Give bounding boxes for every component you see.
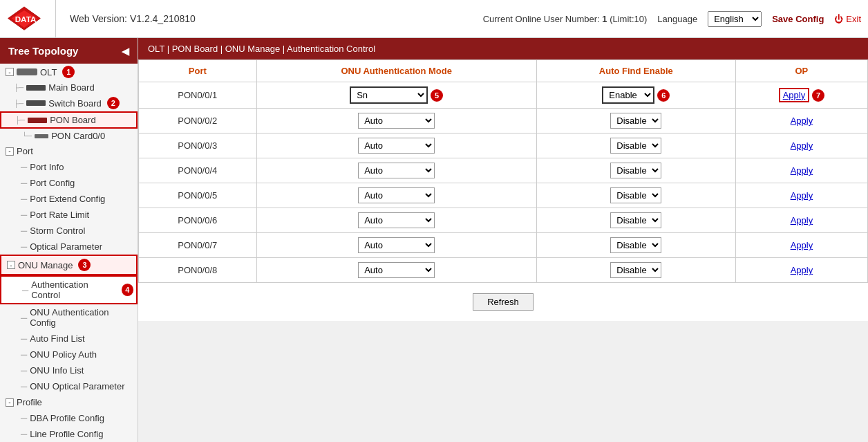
menu-storm-control[interactable]: ─ Storm Control [0,223,138,239]
apply-link[interactable]: Apply [779,88,810,102]
col-auth-mode: ONU Authentication Mode [256,60,536,82]
badge-7: 7 [812,89,824,102]
menu-line-profile[interactable]: ─ Line Profile Config [0,426,138,442]
auth-mode-select[interactable]: SnAutoPasswordSn+Password [358,163,435,178]
onu-manage-section-header[interactable]: - ONU Manage 3 [0,255,138,275]
auto-find-select[interactable]: EnableDisable [610,262,661,278]
apply-link[interactable]: Apply [791,240,813,250]
auto-find-select[interactable]: EnableDisable [610,237,661,253]
switch-board-badge: 2 [107,97,120,109]
switch-board-icon [26,100,46,106]
op-cell: Apply [735,133,867,158]
menu-onu-auth-config[interactable]: ─ ONU Authentication Config [0,304,138,331]
dash-icon: ─ [21,241,27,252]
table-row: PON0/0/8SnAutoPasswordSn+PasswordEnableD… [139,258,868,283]
dash-icon: ─ [21,194,27,204]
auto-find-select[interactable]: EnableDisable [610,212,661,228]
col-auto-find: Auto Find Enable [536,60,735,82]
menu-auto-find-list[interactable]: ─ Auto Find List [0,331,138,347]
auth-mode-select[interactable]: SnAutoPasswordSn+Password [358,212,435,228]
header: DATA Web Version: V1.2.4_210810 Current … [0,0,868,38]
port-cell: PON0/0/3 [139,133,257,158]
dash-icon: ─ [21,313,27,323]
tree-node-switch-board[interactable]: ├─ Switch Board 2 [0,95,138,111]
dash-icon: ─ [21,225,27,236]
tree-node-pon-card[interactable]: └─ PON Card0/0 [0,129,138,143]
table-row: PON0/0/4SnAutoPasswordSn+PasswordEnableD… [139,158,868,183]
auth-mode-select[interactable]: SnAutoPasswordSn+Password [358,138,435,154]
table-row: PON0/0/6SnAutoPasswordSn+PasswordEnableD… [139,208,868,233]
main-layout: Tree Topology ◀ - OLT 1 ├─ Main Board ├─… [0,38,868,442]
menu-optical-parameter[interactable]: ─ Optical Parameter [0,239,138,255]
menu-port-rate-limit[interactable]: ─ Port Rate Limit [0,207,138,223]
content-area: OLT | PON Board | ONU Manage | Authentic… [138,38,868,442]
col-port: Port [139,60,257,82]
badge-5: 5 [431,89,443,102]
auth-mode-cell: SnAutoPasswordSn+Password5 [256,82,536,109]
port-cell: PON0/0/2 [139,109,257,133]
auto-find-select[interactable]: EnableDisable [610,138,661,154]
profile-section-header[interactable]: - Profile [0,394,138,410]
menu-port-info[interactable]: ─ Port Info [0,159,138,175]
table-row: PON0/0/7SnAutoPasswordSn+PasswordEnableD… [139,233,868,258]
table-row: PON0/0/3SnAutoPasswordSn+PasswordEnableD… [139,133,868,158]
auth-mode-cell: SnAutoPasswordSn+Password [256,233,536,258]
auto-find-select[interactable]: EnableDisable [602,86,654,104]
onu-manage-label: ONU Manage [18,260,73,270]
apply-link[interactable]: Apply [791,140,813,151]
auto-find-select[interactable]: EnableDisable [610,163,661,178]
auth-mode-cell: SnAutoPasswordSn+Password [256,208,536,233]
dash-icon: ─ [21,333,27,344]
auth-mode-select[interactable]: SnAutoPasswordSn+Password [358,113,435,129]
port-cell: PON0/0/5 [139,183,257,208]
menu-onu-policy-auth[interactable]: ─ ONU Policy Auth [0,347,138,362]
dash-icon: ─ [21,381,27,392]
menu-auth-control[interactable]: ─ Authentication Control 4 [0,275,138,304]
menu-port-config[interactable]: ─ Port Config [0,175,138,191]
apply-link[interactable]: Apply [791,116,813,126]
port-expand-icon: - [6,147,14,156]
tree-node-main-board[interactable]: ├─ Main Board [0,80,138,95]
exit-link[interactable]: ⏻ Exit [834,14,861,24]
port-cell: PON0/0/6 [139,208,257,233]
breadcrumb: OLT | PON Board | ONU Manage | Authentic… [148,44,375,54]
auto-find-cell: EnableDisable [536,133,735,158]
apply-link[interactable]: Apply [791,215,813,225]
sidebar-header[interactable]: Tree Topology ◀ [0,38,138,64]
auto-find-select[interactable]: EnableDisable [610,187,661,203]
dash-icon: ─ [22,285,28,295]
profile-section-label: Profile [17,397,42,407]
auth-mode-select[interactable]: SnAutoPasswordSn+Password [350,86,428,104]
dash-icon: ─ [21,162,27,172]
op-cell: Apply [735,258,867,283]
auto-find-select[interactable]: EnableDisable [610,113,661,129]
language-select[interactable]: English Chinese [708,11,762,27]
auto-find-cell: EnableDisable [536,109,735,133]
auth-mode-cell: SnAutoPasswordSn+Password [256,158,536,183]
apply-link[interactable]: Apply [791,190,813,201]
op-cell: Apply [735,233,867,258]
refresh-button[interactable]: Refresh [473,293,534,311]
op-cell: Apply [735,109,867,133]
menu-onu-optical-param[interactable]: ─ ONU Optical Parameter [0,378,138,394]
apply-link[interactable]: Apply [791,265,813,275]
auto-find-cell: EnableDisable [536,183,735,208]
olt-badge: 1 [62,66,75,78]
auth-mode-select[interactable]: SnAutoPasswordSn+Password [358,262,435,278]
tree-node-olt[interactable]: - OLT 1 [0,64,138,80]
port-section-header[interactable]: - Port [0,143,138,159]
menu-dba-profile[interactable]: ─ DBA Profile Config [0,410,138,426]
port-cell: PON0/0/4 [139,158,257,183]
pon-card-label: PON Card0/0 [51,131,105,141]
dash-icon: ─ [21,178,27,188]
main-board-label: Main Board [48,82,94,93]
save-config-link[interactable]: Save Config [772,14,824,24]
tree-connector-icon: └─ [22,132,32,140]
tree-node-pon-board[interactable]: ├─ PON Board [0,111,138,129]
auth-mode-select[interactable]: SnAutoPasswordSn+Password [358,237,435,253]
menu-port-extend-config[interactable]: ─ Port Extend Config [0,191,138,207]
tree-connector-icon: ├─ [14,100,23,107]
menu-onu-info-list[interactable]: ─ ONU Info List [0,362,138,378]
auth-mode-select[interactable]: SnAutoPasswordSn+Password [358,187,435,203]
apply-link[interactable]: Apply [791,165,813,176]
